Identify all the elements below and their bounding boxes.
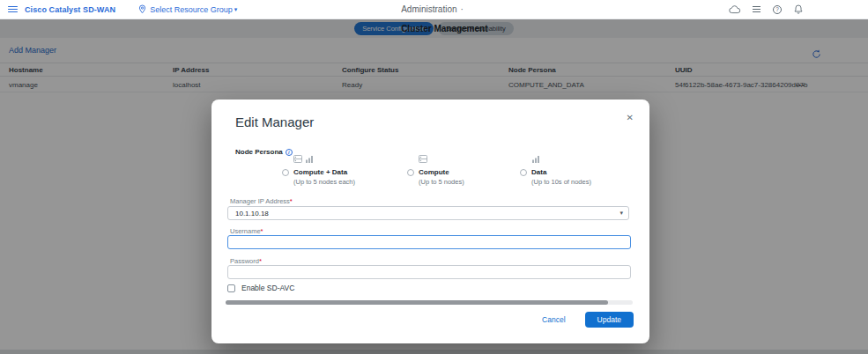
persona-name: Compute	[419, 168, 464, 176]
cloud-icon[interactable]	[729, 4, 741, 16]
location-pin-icon	[138, 2, 146, 18]
persona-options: Compute + Data (Up to 5 nodes each) Comp…	[211, 158, 649, 188]
breadcrumb-section: Administration	[401, 4, 456, 14]
persona-option-data[interactable]: Data (Up to 10s of nodes)	[520, 158, 591, 186]
bar-chart-icon	[305, 151, 314, 166]
close-icon[interactable]: ✕	[627, 113, 634, 122]
resource-group-selector[interactable]: Select Resource Group ▾	[138, 2, 237, 18]
edit-manager-dialog: Edit Manager ✕ Node Persona i Compute + …	[211, 100, 649, 343]
resource-group-label: Select Resource Group	[150, 5, 233, 14]
info-icon[interactable]: i	[286, 149, 293, 156]
persona-subtext: (Up to 10s of nodes)	[531, 178, 591, 186]
select-caret-icon: ▾	[619, 210, 623, 217]
node-persona-label: Node Persona i	[235, 148, 293, 156]
password-field[interactable]	[227, 265, 631, 279]
breadcrumb-separator: ·	[461, 4, 464, 14]
enable-sdavc-option[interactable]: Enable SD-AVC	[227, 284, 294, 292]
task-list-icon[interactable]	[750, 4, 762, 16]
sdavc-label: Enable SD-AVC	[241, 284, 294, 292]
update-button[interactable]: Update	[585, 312, 634, 328]
radio-compute-data[interactable]	[282, 169, 289, 176]
persona-subtext: (Up to 5 nodes each)	[293, 178, 355, 186]
app-header: Cisco Catalyst SD-WAN Select Resource Gr…	[0, 0, 868, 19]
username-field[interactable]	[227, 235, 631, 249]
server-icon	[419, 151, 427, 166]
dialog-footer: Cancel Update	[542, 312, 634, 328]
app-screen: Cisco Catalyst SD-WAN Select Resource Gr…	[0, 0, 868, 354]
server-icon	[293, 151, 302, 166]
sdavc-checkbox[interactable]	[227, 284, 235, 292]
bar-chart-icon	[531, 151, 540, 166]
breadcrumb: Administration·Cluster Management	[401, 4, 467, 14]
menu-icon[interactable]	[8, 6, 18, 13]
persona-subtext: (Up to 5 nodes)	[419, 178, 464, 186]
manager-ip-label: Manager IP Address*	[230, 197, 293, 205]
scrollbar-thumb[interactable]	[226, 300, 608, 305]
password-label: Password*	[230, 257, 262, 265]
chevron-down-icon: ▾	[234, 6, 238, 13]
cancel-button[interactable]: Cancel	[542, 315, 565, 324]
persona-name: Compute + Data	[293, 168, 355, 176]
radio-compute[interactable]	[407, 169, 414, 176]
manager-ip-select[interactable]: 10.1.10.18 ▾	[227, 206, 629, 220]
persona-option-compute-data[interactable]: Compute + Data (Up to 5 nodes each)	[282, 158, 355, 186]
brand-logo: Cisco Catalyst SD-WAN	[25, 5, 115, 14]
persona-option-compute[interactable]: Compute (Up to 5 nodes)	[407, 158, 464, 186]
persona-name: Data	[531, 168, 591, 176]
radio-data[interactable]	[520, 169, 527, 176]
header-icon-group: ?	[729, 4, 805, 16]
horizontal-scrollbar[interactable]	[226, 300, 633, 305]
dialog-title: Edit Manager	[235, 114, 314, 129]
notifications-bell-icon[interactable]	[792, 4, 805, 16]
help-icon[interactable]: ?	[771, 4, 783, 16]
username-label: Username*	[230, 227, 263, 235]
manager-ip-selected-value: 10.1.10.18	[235, 210, 269, 218]
